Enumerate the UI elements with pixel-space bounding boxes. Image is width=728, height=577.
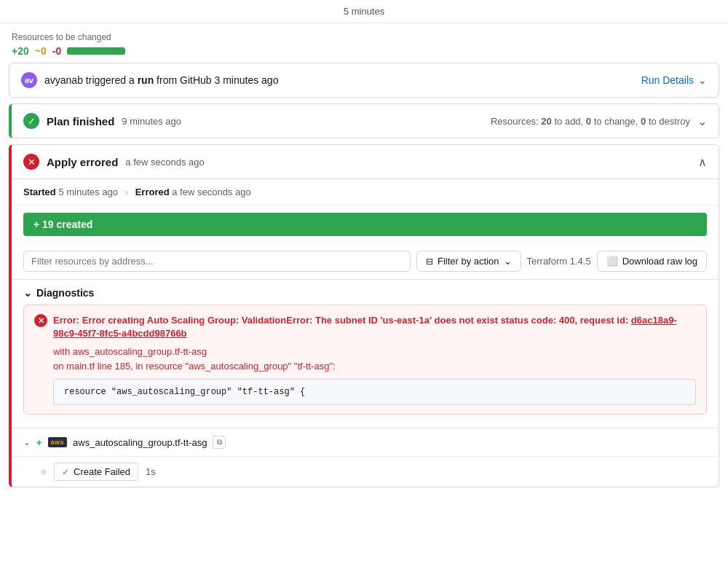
resources-label: Resources to be changed <box>12 32 716 42</box>
add-count: +20 <box>12 45 29 57</box>
download-log-button[interactable]: ⬜ Download raw log <box>597 251 707 272</box>
trigger-left: av avyanab triggered a run from GitHub 3… <box>21 72 278 88</box>
aws-badge: aws <box>48 437 68 447</box>
dot-indicator <box>41 469 47 475</box>
created-banner: + 19 created <box>23 213 707 236</box>
plan-finished-left: ✓ Plan finished 9 minutes ago <box>23 113 181 129</box>
created-banner-text: + 19 created <box>33 219 92 230</box>
plan-finished-right: Resources: 20 to add, 0 to change, 0 to … <box>491 114 707 128</box>
trigger-text: avyanab triggered a run from GitHub 3 mi… <box>44 74 278 86</box>
diagnostics-section: ⌄ Diagnostics ✕ Error: Error creating Au… <box>12 280 719 428</box>
plan-finished-header[interactable]: ✓ Plan finished 9 minutes ago Resources:… <box>12 104 719 138</box>
apply-errored-body: Started 5 minutes ago › Errored a few se… <box>12 178 719 487</box>
x-icon: ✕ <box>23 154 39 170</box>
filter-bar: ⊟ Filter by action ⌄ Terraform 1.4.5 ⬜ D… <box>12 243 719 280</box>
apply-errored-left: ✕ Apply errored a few seconds ago <box>23 154 205 170</box>
started-label: Started <box>23 187 56 197</box>
trigger-action: triggered a <box>86 74 138 86</box>
filter-action-label: Filter by action <box>438 256 499 267</box>
create-failed-row: ✓ Create Failed 1s <box>12 456 719 487</box>
avatar: av <box>21 72 37 88</box>
error-box: ✕ Error: Error creating Auto Scaling Gro… <box>23 305 707 415</box>
error-main-text: Error: Error creating Auto Scaling Group… <box>53 315 628 326</box>
resource-link-icon[interactable]: ⧉ <box>213 436 226 449</box>
create-failed-badge: ✓ Create Failed <box>54 463 138 481</box>
plan-finished-time: 9 minutes ago <box>122 116 181 127</box>
plan-finished-chevron[interactable]: ⌄ <box>697 114 707 128</box>
resource-row: ⌄ + aws aws_autoscaling_group.tf-tt-asg … <box>12 428 719 456</box>
errored-label: Errored <box>135 187 170 197</box>
apply-errored-chevron[interactable]: ∧ <box>698 155 707 169</box>
error-x-icon: ✕ <box>34 314 47 327</box>
plan-destroy-count: 0 <box>641 116 646 127</box>
apply-errored-title: Apply errored <box>47 156 118 168</box>
apply-errored-time: a few seconds ago <box>125 157 204 168</box>
run-details-button[interactable]: Run Details ⌄ <box>641 74 707 86</box>
change-count: ~0 <box>35 45 47 57</box>
filter-resources-input[interactable] <box>23 251 411 272</box>
funnel-icon: ⊟ <box>426 256 433 267</box>
plan-add-count: 20 <box>541 116 551 127</box>
plan-resources-text: Resources: 20 to add, 0 to change, 0 to … <box>491 116 690 127</box>
download-log-label: Download raw log <box>622 256 697 267</box>
status-arrow: › <box>125 187 131 197</box>
trigger-user: avyanab <box>44 74 83 86</box>
expand-icon[interactable]: ⌄ <box>23 437 31 447</box>
create-failed-label: Create Failed <box>74 466 130 477</box>
check-icon: ✓ <box>23 113 39 129</box>
run-details-chevron: ⌄ <box>698 74 707 86</box>
trigger-row: av avyanab triggered a run from GitHub 3… <box>9 63 719 98</box>
plan-finished-title: Plan finished <box>47 115 114 127</box>
error-on: on main.tf line 185, in resource "aws_au… <box>53 359 696 374</box>
filter-action-button[interactable]: ⊟ Filter by action ⌄ <box>416 251 521 272</box>
diagnostics-chevron: ⌄ <box>23 287 32 299</box>
top-bar-label: 5 minutes <box>344 6 384 17</box>
resources-header: Resources to be changed +20 ~0 -0 <box>0 23 728 63</box>
resource-name: aws_autoscaling_group.tf-tt-asg <box>73 437 207 448</box>
error-title: ✕ Error: Error creating Auto Scaling Gro… <box>34 314 696 340</box>
code-snippet: resource "aws_autoscaling_group" "tf-tt-… <box>53 379 696 405</box>
plan-change-count: 0 <box>586 116 591 127</box>
create-failed-check: ✓ <box>62 467 69 477</box>
download-icon: ⬜ <box>606 256 618 267</box>
errored-time-value: a few seconds ago <box>172 187 250 197</box>
started-time-value: 5 minutes ago <box>58 187 118 197</box>
trigger-action-bold: run <box>138 74 154 86</box>
filter-chevron-icon: ⌄ <box>504 256 512 267</box>
resource-left: ⌄ + aws aws_autoscaling_group.tf-tt-asg … <box>23 436 226 449</box>
apply-errored-right: ∧ <box>698 155 707 169</box>
trigger-from: from GitHub <box>157 74 214 86</box>
destroy-count: -0 <box>52 45 61 57</box>
apply-errored-item: ✕ Apply errored a few seconds ago ∧ Star… <box>9 144 719 487</box>
terraform-version: Terraform 1.4.5 <box>527 256 591 267</box>
diagnostics-header[interactable]: ⌄ Diagnostics <box>23 287 707 299</box>
trigger-time: 3 minutes ago <box>214 74 278 86</box>
status-row: Started 5 minutes ago › Errored a few se… <box>12 179 719 205</box>
diagnostics-label: Diagnostics <box>36 287 94 299</box>
top-bar: 5 minutes <box>0 0 728 23</box>
run-details-label: Run Details <box>641 74 694 86</box>
error-title-text: Error: Error creating Auto Scaling Group… <box>53 314 696 340</box>
error-with: with aws_autoscaling_group.tf-tt-asg <box>53 345 696 359</box>
progress-bar <box>67 47 125 55</box>
create-failed-duration: 1s <box>146 466 156 477</box>
resources-counts: +20 ~0 -0 <box>12 45 716 57</box>
apply-errored-header[interactable]: ✕ Apply errored a few seconds ago ∧ <box>12 145 719 178</box>
plus-icon: + <box>36 437 42 448</box>
plan-finished-item: ✓ Plan finished 9 minutes ago Resources:… <box>9 103 719 138</box>
